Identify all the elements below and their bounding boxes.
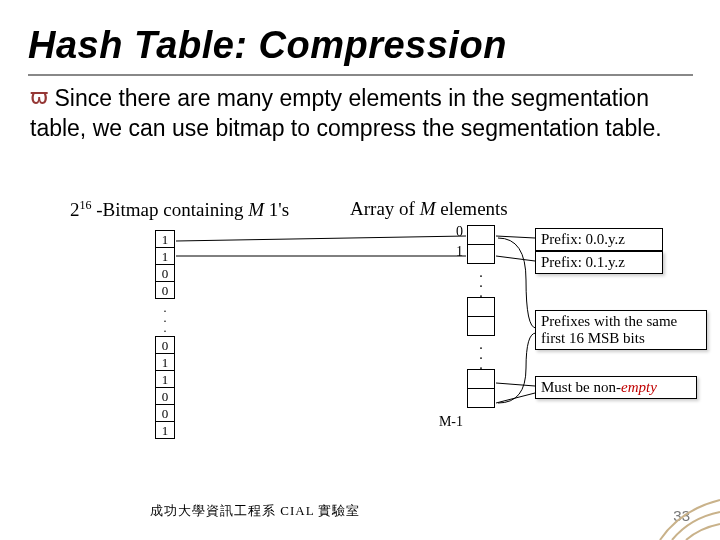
array-index-label: M-1 (423, 414, 463, 430)
array-caption: Array of M elements (350, 198, 508, 220)
title-underline (28, 74, 693, 76)
bitmap-cell: 0 (155, 387, 175, 405)
bitmap-cell: 0 (155, 336, 175, 354)
caption-sup: 16 (80, 198, 92, 212)
array-cell (467, 316, 495, 336)
array-ellipsis: ... (467, 336, 495, 370)
array-cell (467, 297, 495, 317)
bitmap-cell: 1 (155, 353, 175, 371)
caption-m: M (248, 199, 264, 220)
bitmap-cell: 1 (155, 370, 175, 388)
array-index-label: 0 (423, 224, 463, 240)
bitmap-cell: 1 (155, 230, 175, 248)
bitmap-ellipsis: ... (155, 299, 175, 337)
bitmap-caption: 216 -Bitmap containing M 1's (70, 198, 289, 221)
bitmap-cell: 1 (155, 247, 175, 265)
bullet-block: ϖ Since there are many empty elements in… (30, 84, 690, 144)
caption-text: 2 (70, 199, 80, 220)
nonempty-text: Must be non- (541, 379, 621, 395)
footer-dept: 成功大學資訊工程系 CIAL 實驗室 (150, 502, 360, 520)
svg-line-5 (496, 393, 535, 403)
bullet-text: Since there are many empty elements in t… (30, 85, 662, 141)
svg-line-4 (496, 383, 535, 386)
bullet-icon: ϖ (30, 84, 48, 110)
array-cell (467, 369, 495, 389)
array-cell (467, 244, 495, 264)
array-index-label: 1 (423, 244, 463, 260)
prefix-box-same: Prefixes with the same first 16 MSB bits (535, 310, 707, 350)
diagram: 216 -Bitmap containing M 1's Array of M … (60, 198, 700, 498)
bitmap-cell: 0 (155, 281, 175, 299)
caption-text: -Bitmap containing (92, 199, 249, 220)
prefix-box-0: Prefix: 0.0.y.z (535, 228, 663, 251)
page-title: Hash Table: Compression (28, 24, 507, 67)
nonempty-emph: empty (621, 379, 657, 395)
svg-line-2 (496, 236, 535, 238)
prefix-box-1: Prefix: 0.1.y.z (535, 251, 663, 274)
bitmap-column: 1 1 0 0 ... 0 1 1 0 0 1 (155, 231, 175, 439)
corner-decoration (650, 470, 720, 540)
array-column: 0 1 M-1 ... ... (467, 226, 495, 408)
caption-text: Array of (350, 198, 420, 219)
caption-m: M (420, 198, 436, 219)
bitmap-cell: 0 (155, 404, 175, 422)
bitmap-cell: 1 (155, 421, 175, 439)
bitmap-cell: 0 (155, 264, 175, 282)
array-cell (467, 225, 495, 245)
array-cell (467, 388, 495, 408)
caption-text: 1's (264, 199, 289, 220)
caption-text: elements (435, 198, 507, 219)
nonempty-box: Must be non-empty (535, 376, 697, 399)
svg-line-3 (496, 256, 535, 261)
array-ellipsis: ... (467, 264, 495, 298)
